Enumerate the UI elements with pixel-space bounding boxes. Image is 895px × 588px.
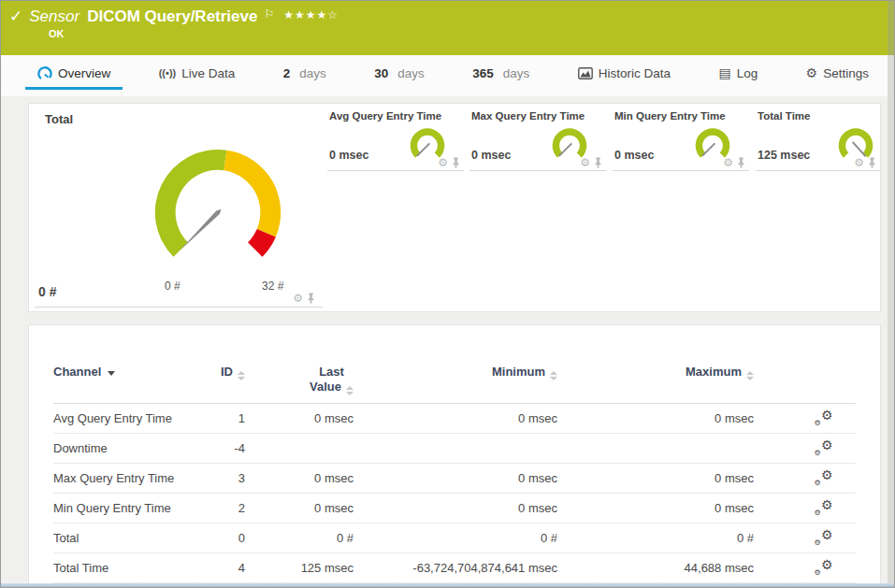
column-header-channel[interactable]: Channel bbox=[53, 365, 194, 379]
gauge-title: Total bbox=[45, 112, 73, 126]
last-value: 0 # bbox=[245, 531, 354, 545]
gear-icon[interactable]: ⚙ bbox=[293, 293, 303, 304]
tab-number: 365 bbox=[472, 66, 494, 80]
maximum-value: 44,688 msec bbox=[557, 561, 754, 575]
table-header: Channel ID Last Value Minimum Maximum bbox=[53, 325, 856, 404]
maximum-value: 0 msec bbox=[557, 411, 754, 425]
channel-settings-gears-icon[interactable]: ⚙⚙ bbox=[815, 528, 833, 545]
gauge-block-total-time: Total Time 125 msec ⚙ bbox=[756, 104, 880, 171]
pin-icon[interactable] bbox=[307, 293, 315, 304]
priority-stars[interactable]: ★★★★☆ bbox=[283, 8, 339, 22]
column-header-maximum[interactable]: Maximum bbox=[557, 365, 754, 380]
gauge-block-min-query-entry-time: Min Query Entry Time 0 msec ⚙ bbox=[613, 104, 749, 171]
gear-icon[interactable]: ⚙ bbox=[438, 157, 448, 168]
sort-icon bbox=[238, 371, 245, 380]
gauge-current-value: 0 msec bbox=[614, 149, 654, 162]
gauge-block-max-query-entry-time: Max Query Entry Time 0 msec ⚙ bbox=[469, 104, 606, 171]
channel-name: Total Time bbox=[53, 561, 194, 575]
sort-desc-icon bbox=[108, 371, 115, 376]
gear-icon: ⚙ bbox=[806, 65, 818, 80]
tab-unit: days bbox=[299, 66, 326, 80]
table-row: Downtime -4 ⚙⚙ bbox=[53, 434, 856, 464]
channel-id: 3 bbox=[194, 471, 245, 485]
channel-id: -4 bbox=[194, 441, 245, 455]
gear-icon[interactable]: ⚙ bbox=[723, 157, 733, 168]
mini-gauges: Avg Query Entry Time 0 msec ⚙ bbox=[323, 104, 880, 171]
maximum-value: 0 msec bbox=[557, 471, 754, 485]
column-header-last-value[interactable]: Last Value bbox=[245, 365, 354, 395]
tab-2-days[interactable]: 2 days bbox=[271, 59, 339, 90]
channel-settings-gears-icon[interactable]: ⚙⚙ bbox=[815, 468, 833, 485]
maximum-value: 0 # bbox=[557, 531, 754, 545]
window-edge bbox=[888, 1, 894, 55]
status-badge: OK bbox=[49, 28, 65, 39]
gear-icon[interactable]: ⚙ bbox=[580, 157, 590, 168]
column-label: Channel bbox=[53, 365, 101, 379]
column-label: Minimum bbox=[492, 365, 545, 379]
window-edge bbox=[888, 55, 894, 584]
priority-flag-icon[interactable]: ⚐ bbox=[264, 7, 274, 21]
channel-id: 2 bbox=[194, 501, 245, 515]
tab-live-data[interactable]: ((•)) Live Data bbox=[147, 59, 248, 90]
pin-icon[interactable] bbox=[594, 157, 602, 168]
sort-icon bbox=[550, 371, 557, 380]
tab-bar: Overview ((•)) Live Data 2 days 30 days … bbox=[1, 55, 894, 96]
channel-id: 0 bbox=[194, 531, 245, 545]
channel-settings-gears-icon[interactable]: ⚙⚙ bbox=[815, 498, 833, 515]
column-label: Last bbox=[310, 365, 354, 380]
gauge-current-value: 0 msec bbox=[471, 149, 511, 162]
pin-icon[interactable] bbox=[452, 157, 460, 168]
tab-label: Live Data bbox=[181, 66, 235, 80]
channel-name: Min Query Entry Time bbox=[53, 501, 194, 515]
tab-30-days[interactable]: 30 days bbox=[362, 59, 437, 90]
pin-icon[interactable] bbox=[737, 157, 745, 168]
gauge-block-avg-query-entry-time: Avg Query Entry Time 0 msec ⚙ bbox=[327, 104, 464, 171]
log-list-icon: ▤ bbox=[718, 65, 730, 80]
gauge-current-value: 0 msec bbox=[329, 149, 368, 162]
channel-settings-gears-icon[interactable]: ⚙⚙ bbox=[815, 558, 833, 575]
gauges-panel: Total 0 # 32 # 0 # ⚙ bbox=[28, 103, 881, 312]
window-edge bbox=[1, 583, 894, 587]
prtg-sensor-window: ✓ Sensor DICOM Query/Retrieve ⚐ ★★★★☆ OK… bbox=[0, 0, 895, 588]
gauge-title: Total Time bbox=[758, 110, 810, 122]
last-value: 125 msec bbox=[245, 561, 354, 575]
tab-365-days[interactable]: 365 days bbox=[460, 59, 541, 90]
channels-table: Channel ID Last Value Minimum Maximum bbox=[28, 324, 881, 587]
gauge-scale-max: 32 # bbox=[262, 280, 283, 293]
minimum-value: -63,724,704,874,641 msec bbox=[354, 561, 557, 575]
column-header-id[interactable]: ID bbox=[194, 365, 245, 380]
tab-label: Historic Data bbox=[599, 66, 671, 80]
minimum-value: 0 msec bbox=[354, 501, 557, 515]
channel-name: Total bbox=[53, 531, 194, 545]
sensor-type-label: Sensor bbox=[29, 7, 79, 26]
tab-label: Overview bbox=[58, 66, 110, 80]
sort-icon bbox=[346, 386, 354, 395]
last-value: 0 msec bbox=[245, 471, 354, 485]
gauge-scale-min: 0 # bbox=[165, 280, 180, 293]
pin-icon[interactable] bbox=[868, 157, 876, 168]
table-row: Total Time 4 125 msec -63,724,704,874,64… bbox=[53, 553, 856, 583]
column-header-minimum[interactable]: Minimum bbox=[354, 365, 557, 380]
channel-name: Avg Query Entry Time bbox=[53, 411, 194, 425]
tab-label: Log bbox=[737, 66, 758, 80]
last-value: 0 msec bbox=[245, 411, 354, 425]
table-row: Max Query Entry Time 3 0 msec 0 msec 0 m… bbox=[53, 464, 856, 494]
tab-number: 2 bbox=[283, 66, 291, 80]
tab-unit: days bbox=[503, 66, 530, 80]
sensor-header: ✓ Sensor DICOM Query/Retrieve ⚐ ★★★★☆ OK bbox=[1, 1, 894, 55]
channel-settings-gears-icon[interactable]: ⚙⚙ bbox=[815, 409, 833, 425]
tab-log[interactable]: ▤ Log bbox=[706, 59, 770, 90]
table-row: Min Query Entry Time 2 0 msec 0 msec 0 m… bbox=[53, 494, 856, 523]
minimum-value: 0 msec bbox=[354, 411, 557, 425]
gear-icon[interactable]: ⚙ bbox=[854, 157, 864, 168]
tab-unit: days bbox=[397, 66, 425, 80]
gauge-current-value: 0 # bbox=[38, 284, 56, 299]
tab-overview[interactable]: Overview bbox=[25, 59, 123, 90]
tab-settings[interactable]: ⚙ Settings bbox=[794, 59, 881, 90]
overview-content: Total 0 # 32 # 0 # ⚙ bbox=[1, 96, 894, 587]
gauge-block-total: Total 0 # 32 # 0 # ⚙ bbox=[35, 104, 323, 308]
sensor-title: DICOM Query/Retrieve bbox=[87, 7, 257, 26]
channel-settings-gears-icon[interactable]: ⚙⚙ bbox=[815, 438, 833, 455]
tab-number: 30 bbox=[374, 66, 388, 80]
tab-historic-data[interactable]: Historic Data bbox=[566, 59, 683, 90]
